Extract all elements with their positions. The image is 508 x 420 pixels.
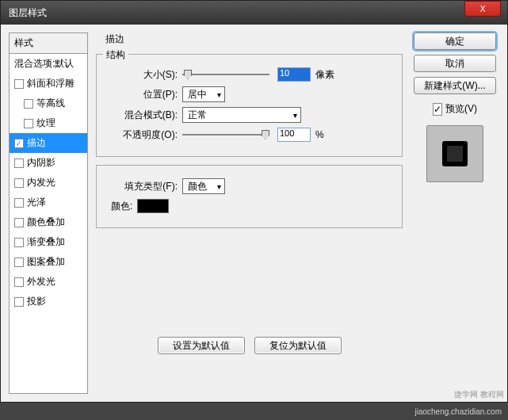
position-select[interactable]: 居中 bbox=[182, 86, 225, 102]
checkbox-icon[interactable] bbox=[14, 79, 24, 89]
checkbox-icon[interactable] bbox=[14, 277, 24, 287]
style-label: 内阴影 bbox=[27, 156, 55, 170]
styles-header[interactable]: 样式 bbox=[9, 32, 88, 54]
reset-default-button[interactable]: 复位为默认值 bbox=[254, 337, 342, 354]
style-item-texture[interactable]: 纹理 bbox=[10, 113, 87, 133]
style-item-gradient-overlay[interactable]: 渐变叠加 bbox=[10, 232, 87, 252]
style-item-color-overlay[interactable]: 颜色叠加 bbox=[10, 212, 87, 232]
new-style-button[interactable]: 新建样式(W)... bbox=[414, 77, 496, 94]
opacity-slider[interactable] bbox=[182, 134, 269, 136]
structure-fieldset: 结构 大小(S): 10 像素 位置(P): 居中 混合模式(B): 正常 bbox=[96, 54, 403, 157]
settings-panel: 描边 结构 大小(S): 10 像素 位置(P): 居中 混合模式(B): bbox=[88, 32, 411, 394]
style-item-contour[interactable]: 等高线 bbox=[10, 94, 87, 113]
reset-default-label: 复位为默认值 bbox=[269, 339, 327, 353]
close-button[interactable]: X bbox=[464, 1, 501, 17]
preview-label: 预览(V) bbox=[445, 102, 477, 116]
blend-mode-value: 正常 bbox=[188, 109, 207, 122]
blend-mode-label: 混合模式(B): bbox=[106, 109, 178, 122]
checkbox-icon[interactable] bbox=[24, 99, 33, 109]
fill-fieldset: 填充类型(F): 颜色 颜色: bbox=[96, 165, 403, 228]
checkbox-icon[interactable]: ✓ bbox=[433, 103, 442, 116]
style-item-satin[interactable]: 光泽 bbox=[10, 193, 87, 212]
checkbox-icon[interactable] bbox=[14, 198, 24, 208]
size-label: 大小(S): bbox=[106, 68, 178, 82]
checkbox-icon[interactable] bbox=[14, 158, 24, 168]
style-label: 外发光 bbox=[27, 275, 55, 288]
blend-mode-select[interactable]: 正常 bbox=[182, 107, 301, 123]
position-label: 位置(P): bbox=[106, 88, 178, 101]
blend-options-item[interactable]: 混合选项:默认 bbox=[10, 54, 87, 74]
checkbox-icon[interactable] bbox=[14, 258, 24, 267]
opacity-label: 不透明度(O): bbox=[106, 128, 178, 142]
watermark-text: 捷学网 教程网 bbox=[454, 389, 504, 400]
styles-sidebar: 样式 混合选项:默认 斜面和浮雕 等高线 纹理 ✓描边 内阴影 内发光 光泽 颜… bbox=[9, 32, 88, 394]
style-label: 纹理 bbox=[36, 116, 55, 130]
opacity-row: 不透明度(O): 100 % bbox=[106, 128, 392, 142]
size-input[interactable]: 10 bbox=[277, 67, 311, 82]
style-item-outer-glow[interactable]: 外发光 bbox=[10, 272, 87, 292]
slider-thumb-icon[interactable] bbox=[262, 130, 269, 139]
style-item-pattern-overlay[interactable]: 图案叠加 bbox=[10, 252, 87, 272]
opacity-input[interactable]: 100 bbox=[277, 128, 311, 142]
size-unit: 像素 bbox=[315, 68, 334, 82]
style-label: 图案叠加 bbox=[27, 255, 65, 269]
checkbox-icon[interactable] bbox=[14, 178, 24, 188]
style-item-drop-shadow[interactable]: 投影 bbox=[10, 292, 87, 311]
layer-style-dialog: 图层样式 X 样式 混合选项:默认 斜面和浮雕 等高线 纹理 ✓描边 内阴影 内… bbox=[0, 0, 508, 403]
action-column: 确定 取消 新建样式(W)... ✓ 预览(V) bbox=[411, 32, 499, 394]
style-label: 光泽 bbox=[27, 196, 46, 209]
style-item-bevel[interactable]: 斜面和浮雕 bbox=[10, 74, 87, 94]
fill-type-row: 填充类型(F): 颜色 bbox=[106, 178, 392, 194]
blend-options-label: 混合选项:默认 bbox=[14, 57, 74, 71]
color-swatch[interactable] bbox=[137, 199, 169, 213]
cancel-button[interactable]: 取消 bbox=[414, 55, 496, 72]
style-label: 渐变叠加 bbox=[27, 235, 65, 249]
checkbox-icon[interactable] bbox=[14, 218, 24, 227]
fill-type-label: 填充类型(F): bbox=[106, 180, 178, 193]
make-default-button[interactable]: 设置为默认值 bbox=[158, 337, 245, 354]
dialog-body: 样式 混合选项:默认 斜面和浮雕 等高线 纹理 ✓描边 内阴影 内发光 光泽 颜… bbox=[1, 25, 507, 402]
titlebar[interactable]: 图层样式 X bbox=[1, 1, 507, 25]
fill-type-value: 颜色 bbox=[188, 180, 207, 193]
checkbox-icon[interactable] bbox=[14, 297, 24, 307]
checkbox-icon[interactable]: ✓ bbox=[14, 139, 24, 148]
panel-title: 描边 bbox=[105, 32, 403, 46]
size-slider[interactable] bbox=[182, 74, 269, 75]
opacity-unit: % bbox=[315, 129, 324, 140]
checkbox-icon[interactable] bbox=[14, 238, 24, 247]
style-item-inner-shadow[interactable]: 内阴影 bbox=[10, 153, 87, 173]
ok-button[interactable]: 确定 bbox=[414, 32, 496, 50]
preview-thumbnail bbox=[426, 125, 483, 182]
checkbox-icon[interactable] bbox=[24, 119, 33, 128]
position-row: 位置(P): 居中 bbox=[106, 86, 392, 102]
close-x: X bbox=[480, 5, 486, 13]
styles-list: 混合选项:默认 斜面和浮雕 等高线 纹理 ✓描边 内阴影 内发光 光泽 颜色叠加… bbox=[9, 54, 88, 394]
slider-thumb-icon[interactable] bbox=[184, 70, 192, 79]
make-default-label: 设置为默认值 bbox=[173, 339, 230, 353]
preview-inner-icon bbox=[442, 141, 468, 166]
blend-mode-row: 混合模式(B): 正常 bbox=[106, 107, 392, 123]
style-label: 等高线 bbox=[36, 97, 65, 110]
style-item-inner-glow[interactable]: 内发光 bbox=[10, 173, 87, 193]
style-item-stroke[interactable]: ✓描边 bbox=[10, 133, 87, 153]
style-label: 描边 bbox=[27, 136, 46, 150]
ok-label: 确定 bbox=[445, 35, 464, 48]
color-label: 颜色: bbox=[111, 200, 132, 213]
color-row: 颜色: bbox=[106, 199, 392, 213]
size-row: 大小(S): 10 像素 bbox=[106, 67, 392, 82]
cancel-label: 取消 bbox=[445, 57, 464, 71]
preview-toggle[interactable]: ✓ 预览(V) bbox=[433, 102, 477, 116]
window-title: 图层样式 bbox=[9, 6, 47, 20]
fill-type-select[interactable]: 颜色 bbox=[182, 178, 225, 194]
style-label: 颜色叠加 bbox=[27, 216, 65, 229]
new-style-label: 新建样式(W)... bbox=[424, 79, 485, 93]
style-label: 斜面和浮雕 bbox=[27, 77, 74, 90]
style-label: 内发光 bbox=[27, 176, 55, 189]
default-buttons-row: 设置为默认值 复位为默认值 bbox=[96, 337, 403, 354]
style-label: 投影 bbox=[27, 295, 46, 308]
structure-legend: 结构 bbox=[103, 48, 128, 62]
position-value: 居中 bbox=[188, 88, 207, 101]
